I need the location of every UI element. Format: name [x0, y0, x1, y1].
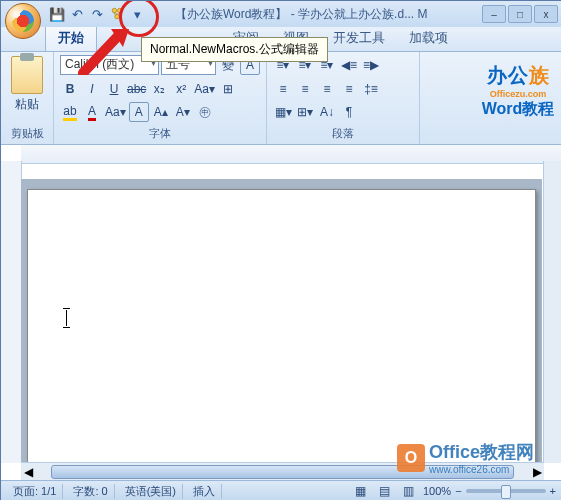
status-words[interactable]: 字数: 0 — [67, 484, 114, 499]
status-mode[interactable]: 插入 — [187, 484, 222, 499]
group-label-font: 字体 — [60, 125, 260, 142]
ruler-horizontal[interactable] — [21, 145, 561, 164]
group-font: Calibri (西文) 五号 變 A B I U abc x₂ x² Aa▾ … — [54, 52, 267, 144]
status-language[interactable]: 英语(美国) — [119, 484, 183, 499]
align-right-button[interactable]: ≡ — [317, 79, 337, 99]
group-label-clipboard: 剪贴板 — [7, 125, 47, 142]
enclose-button[interactable]: ㊥ — [195, 102, 215, 122]
align-left-button[interactable]: ≡ — [273, 79, 293, 99]
scroll-left-button[interactable]: ◀ — [21, 465, 35, 479]
char-border-button[interactable]: A — [129, 102, 149, 122]
title-bar: 💾 ↶ ↷ ▾ 【办公族Word教程】 - 学办公就上办公族.d... M – … — [1, 1, 561, 27]
redo-icon[interactable]: ↷ — [89, 6, 105, 22]
zoom-out-button[interactable]: − — [455, 485, 461, 497]
watermark-icon: O — [397, 444, 425, 472]
zoom-in-button[interactable]: + — [550, 485, 556, 497]
text-cursor — [66, 310, 67, 326]
zoom-slider[interactable] — [466, 489, 546, 493]
view-print-button[interactable]: ▦ — [351, 481, 371, 500]
brand-logo: 办公族 Officezu.com Word教程 — [476, 52, 560, 130]
minimize-button[interactable]: – — [482, 5, 506, 23]
maximize-button[interactable]: □ — [508, 5, 532, 23]
paste-icon[interactable] — [11, 56, 43, 94]
tab-addins[interactable]: 加载项 — [397, 25, 460, 51]
status-page[interactable]: 页面: 1/1 — [7, 484, 63, 499]
tooltip: Normal.NewMacros.公式编辑器 — [141, 37, 328, 62]
change-case-button[interactable]: Aa▾ — [104, 102, 127, 122]
scrollbar-vertical[interactable] — [543, 161, 561, 463]
phonetic-button[interactable]: Aa▾ — [193, 79, 216, 99]
tab-developer[interactable]: 开发工具 — [321, 25, 397, 51]
ribbon: 粘贴 剪贴板 Calibri (西文) 五号 變 A B I U abc x₂ … — [1, 52, 561, 145]
svg-point-1 — [117, 8, 121, 12]
zoom-percent[interactable]: 100% — [423, 485, 451, 497]
font-color-button[interactable]: A — [82, 102, 102, 122]
close-button[interactable]: x — [534, 5, 558, 23]
view-web-button[interactable]: ▥ — [399, 481, 419, 500]
view-read-button[interactable]: ▤ — [375, 481, 395, 500]
indent-dec-button[interactable]: ◀≡ — [339, 55, 359, 75]
strike-button[interactable]: abc — [126, 79, 147, 99]
align-center-button[interactable]: ≡ — [295, 79, 315, 99]
watermark: O Office教程网 www.office26.com — [397, 440, 534, 475]
subscript-button[interactable]: x₂ — [149, 79, 169, 99]
qat-dropdown-icon[interactable]: ▾ — [129, 6, 145, 22]
ruler-vertical[interactable] — [1, 161, 22, 463]
shrink-font-button[interactable]: A▾ — [173, 102, 193, 122]
document-area — [21, 179, 542, 463]
paste-label[interactable]: 粘贴 — [15, 96, 39, 113]
italic-button[interactable]: I — [82, 79, 102, 99]
undo-icon[interactable]: ↶ — [69, 6, 85, 22]
indent-inc-button[interactable]: ≡▶ — [361, 55, 381, 75]
svg-point-2 — [115, 14, 119, 18]
line-spacing-button[interactable]: ‡≡ — [361, 79, 381, 99]
macro-icon[interactable] — [109, 6, 125, 22]
shading-button[interactable]: ▦▾ — [273, 102, 293, 122]
border-button[interactable]: ⊞ — [218, 79, 238, 99]
page[interactable] — [27, 189, 536, 463]
sort-button[interactable]: A↓ — [317, 102, 337, 122]
borders-button[interactable]: ⊞▾ — [295, 102, 315, 122]
status-bar: 页面: 1/1 字数: 0 英语(美国) 插入 ▦ ▤ ▥ 100% − + — [1, 480, 561, 500]
group-label-paragraph: 段落 — [273, 125, 413, 142]
group-paragraph: ≡▾ ≡▾ ≡▾ ◀≡ ≡▶ ≡ ≡ ≡ ≡ ‡≡ ▦▾ ⊞▾ A↓ ¶ 段落 — [267, 52, 420, 144]
show-marks-button[interactable]: ¶ — [339, 102, 359, 122]
svg-point-0 — [112, 8, 116, 12]
group-clipboard: 粘贴 剪贴板 — [1, 52, 54, 144]
office-button[interactable] — [5, 3, 41, 39]
underline-button[interactable]: U — [104, 79, 124, 99]
grow-font-button[interactable]: A▴ — [151, 102, 171, 122]
window-title: 【办公族Word教程】 - 学办公就上办公族.d... M — [175, 6, 427, 23]
highlight-color-button[interactable]: ab — [60, 102, 80, 122]
tab-home[interactable]: 开始 — [45, 24, 97, 51]
superscript-button[interactable]: x² — [171, 79, 191, 99]
bold-button[interactable]: B — [60, 79, 80, 99]
save-icon[interactable]: 💾 — [49, 6, 65, 22]
justify-button[interactable]: ≡ — [339, 79, 359, 99]
quick-access-toolbar: 💾 ↶ ↷ ▾ — [49, 6, 145, 22]
